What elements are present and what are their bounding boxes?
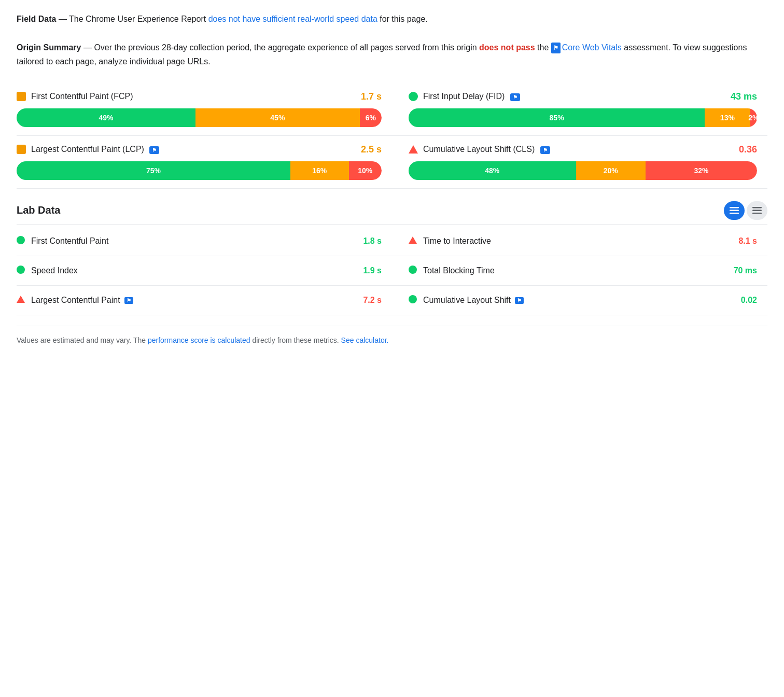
metric-fcp-header: First Contentful Paint (FCP) 1.7 s [17,91,382,102]
lab-tbt-value: 70 ms [734,266,757,275]
toggle-treemap-button[interactable] [747,201,767,220]
field-data-text-before-link: The Chrome User Experience Report [69,15,206,23]
svg-rect-3 [752,207,762,208]
core-web-vitals-link[interactable]: ⚑Core Web Vitals [551,43,622,52]
lcp-bar-green: 75% [17,161,290,180]
lab-data-title: Lab Data [17,204,60,216]
cls-progress-bar: 48% 20% 32% [409,161,757,180]
lab-tti-icon [409,236,417,246]
metric-cls: Cumulative Layout Shift (CLS) ⚑ 0.36 48%… [392,136,767,189]
lab-tbt-name: Total Blocking Time [423,266,734,275]
cls-bar-red: 32% [646,161,757,180]
lab-metric-cls: Cumulative Layout Shift ⚑ 0.02 [392,286,767,315]
lab-cls-icon [409,295,417,305]
cls-name: Cumulative Layout Shift (CLS) ⚑ [423,145,739,154]
origin-summary-does-not-pass: does not pass [479,43,535,52]
metric-fcp: First Contentful Paint (FCP) 1.7 s 49% 4… [17,83,392,136]
lab-cls-cwv-badge: ⚑ [515,297,524,304]
svg-rect-5 [752,213,762,214]
svg-rect-0 [730,207,739,208]
cls-bar-green: 48% [409,161,576,180]
fcp-value: 1.7 s [361,91,382,102]
svg-rect-4 [752,210,762,211]
list-icon [730,207,739,214]
fcp-bar-orange: 45% [195,108,360,127]
origin-summary-section: Origin Summary — Over the previous 28-da… [17,40,767,68]
lab-fcp-value: 1.8 s [363,236,382,246]
field-data-section: Field Data — The Chrome User Experience … [17,12,767,26]
metric-lcp-header: Largest Contentful Paint (LCP) ⚑ 2.5 s [17,144,382,155]
fid-bar-orange: 13% [705,108,750,127]
lab-fcp-icon [17,236,25,246]
fcp-progress-bar: 49% 45% 6% [17,108,382,127]
metric-fid-header: First Input Delay (FID) ⚑ 43 ms [409,91,757,102]
lab-lcp-icon [17,296,25,305]
lab-metric-fcp: First Contentful Paint 1.8 s [17,227,392,256]
field-data-text-after-link: for this page. [380,15,428,23]
origin-summary-text-before: Over the previous 28-day collection peri… [94,43,477,52]
performance-score-link[interactable]: performance score is calculated [148,336,250,344]
lab-tti-name: Time to Interactive [423,236,738,246]
view-toggle [724,201,767,220]
origin-summary-label: Origin Summary [17,43,81,52]
lab-si-value: 1.9 s [363,266,382,275]
footer-text-between: directly from these metrics. [252,336,341,344]
lcp-bar-orange: 16% [290,161,349,180]
lcp-progress-bar: 75% 16% 10% [17,161,382,180]
cls-value: 0.36 [739,144,757,155]
lab-cls-value: 0.02 [741,296,757,305]
lcp-name: Largest Contentful Paint (LCP) ⚑ [31,145,361,154]
field-data-link[interactable]: does not have sufficient real-world spee… [208,15,377,23]
lab-data-header: Lab Data [17,201,767,220]
lcp-cwv-badge: ⚑ [149,146,159,154]
lab-tbt-icon [409,266,417,276]
fid-progress-bar: 85% 13% 2% [409,108,757,127]
lab-lcp-name: Largest Contentful Paint ⚑ [31,296,363,305]
lab-data-divider [17,224,767,225]
field-data-dash: — [59,15,67,23]
lab-lcp-cwv-badge: ⚑ [124,297,133,304]
field-metrics-grid: First Contentful Paint (FCP) 1.7 s 49% 4… [17,83,767,189]
origin-summary-text: Origin Summary — Over the previous 28-da… [17,40,767,68]
toggle-list-button[interactable] [724,201,745,220]
fid-bar-red: 2% [750,108,757,127]
fcp-name: First Contentful Paint (FCP) [31,92,361,101]
fid-name: First Input Delay (FID) ⚑ [423,92,731,101]
footer-note: Values are estimated and may vary. The p… [17,326,767,347]
svg-rect-2 [730,213,739,214]
lab-cls-name: Cumulative Layout Shift ⚑ [423,296,741,305]
lab-metric-tbt: Total Blocking Time 70 ms [392,256,767,286]
treemap-icon [752,207,762,214]
see-calculator-link[interactable]: See calculator. [341,336,389,344]
fid-bar-green: 85% [409,108,705,127]
lab-tti-value: 8.1 s [738,236,757,246]
fcp-bar-green: 49% [17,108,195,127]
lab-data-section: Lab Data [17,201,767,315]
metric-cls-header: Cumulative Layout Shift (CLS) ⚑ 0.36 [409,144,757,155]
lab-lcp-value: 7.2 s [363,296,382,305]
field-data-label: Field Data [17,15,56,23]
lab-metric-si: Speed Index 1.9 s [17,256,392,286]
fid-value: 43 ms [731,91,757,102]
lab-metric-tti: Time to Interactive 8.1 s [392,227,767,256]
lab-si-name: Speed Index [31,266,363,275]
lab-metrics-grid: First Contentful Paint 1.8 s Time to Int… [17,227,767,315]
lcp-icon [17,145,26,154]
fcp-bar-red: 6% [360,108,382,127]
fid-icon [409,92,418,101]
lab-metric-lcp: Largest Contentful Paint ⚑ 7.2 s [17,286,392,315]
lcp-value: 2.5 s [361,144,382,155]
fid-cwv-badge: ⚑ [510,93,520,101]
svg-rect-1 [730,210,739,211]
field-data-text: Field Data — The Chrome User Experience … [17,12,767,26]
fcp-icon [17,92,26,101]
origin-summary-text-between: the [537,43,551,52]
cls-bar-orange: 20% [576,161,646,180]
lcp-bar-red: 10% [349,161,382,180]
cwv-flag-icon: ⚑ [551,43,561,53]
lab-fcp-name: First Contentful Paint [31,236,363,246]
cls-icon [409,145,418,154]
cls-cwv-badge: ⚑ [540,146,550,154]
footer-text-before: Values are estimated and may vary. The [17,336,148,344]
metric-fid: First Input Delay (FID) ⚑ 43 ms 85% 13% … [392,83,767,136]
